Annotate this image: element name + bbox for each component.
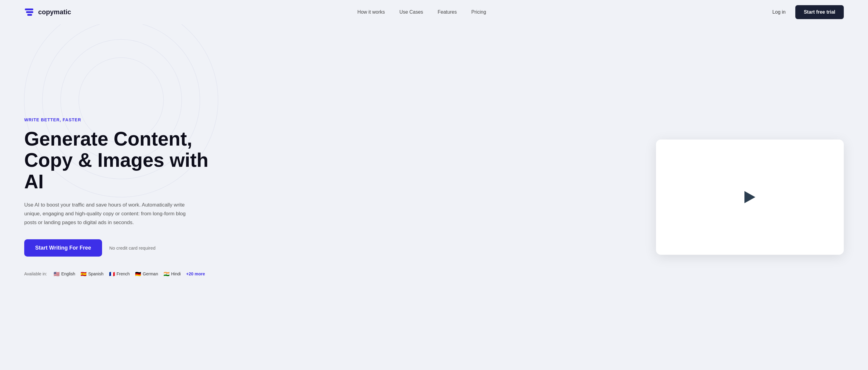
- flag-english: 🇺🇸: [54, 271, 60, 277]
- hero-description: Use AI to boost your traffic and save ho…: [24, 201, 194, 227]
- more-languages-label[interactable]: +20 more: [186, 272, 205, 276]
- languages-row: Available in: 🇺🇸 English 🇪🇸 Spanish 🇫🇷 F…: [24, 271, 224, 277]
- svg-rect-1: [26, 11, 33, 13]
- hero-video-panel: [224, 140, 844, 255]
- logo[interactable]: copymatic: [24, 7, 71, 18]
- no-credit-card-label: No credit card required: [109, 245, 156, 251]
- login-button[interactable]: Log in: [772, 9, 786, 15]
- hero-content: WRITE BETTER, FASTER Generate Content, C…: [24, 117, 224, 277]
- start-trial-button[interactable]: Start free trial: [795, 5, 844, 19]
- eyebrow-text: WRITE BETTER, FASTER: [24, 117, 224, 122]
- nav-right: Log in Start free trial: [772, 5, 844, 19]
- svg-rect-2: [27, 14, 32, 16]
- flag-spanish: 🇪🇸: [81, 271, 87, 277]
- nav-item-features[interactable]: Features: [438, 9, 457, 15]
- logo-icon: [24, 7, 35, 18]
- language-hindi: 🇮🇳 Hindi: [163, 271, 181, 277]
- flag-german: 🇩🇪: [135, 271, 141, 277]
- hero-section: WRITE BETTER, FASTER Generate Content, C…: [0, 24, 868, 370]
- cta-row: Start Writing For Free No credit card re…: [24, 239, 224, 257]
- start-writing-button[interactable]: Start Writing For Free: [24, 239, 102, 257]
- brand-name: copymatic: [38, 8, 71, 16]
- flag-hindi: 🇮🇳: [163, 271, 169, 277]
- nav-item-use-cases[interactable]: Use Cases: [400, 9, 423, 15]
- flag-french: 🇫🇷: [109, 271, 115, 277]
- nav-item-how-it-works[interactable]: How it works: [358, 9, 385, 15]
- navbar: copymatic How it works Use Cases Feature…: [0, 0, 868, 24]
- nav-item-pricing[interactable]: Pricing: [471, 9, 486, 15]
- nav-links: How it works Use Cases Features Pricing: [358, 9, 486, 15]
- language-german: 🇩🇪 German: [135, 271, 158, 277]
- play-icon[interactable]: [744, 191, 755, 203]
- language-english: 🇺🇸 English: [54, 271, 75, 277]
- svg-rect-0: [25, 8, 33, 10]
- available-label: Available in:: [24, 272, 47, 276]
- hero-title: Generate Content, Copy & Images with AI: [24, 128, 224, 192]
- video-card[interactable]: [656, 140, 844, 255]
- language-french: 🇫🇷 French: [109, 271, 130, 277]
- language-spanish: 🇪🇸 Spanish: [81, 271, 103, 277]
